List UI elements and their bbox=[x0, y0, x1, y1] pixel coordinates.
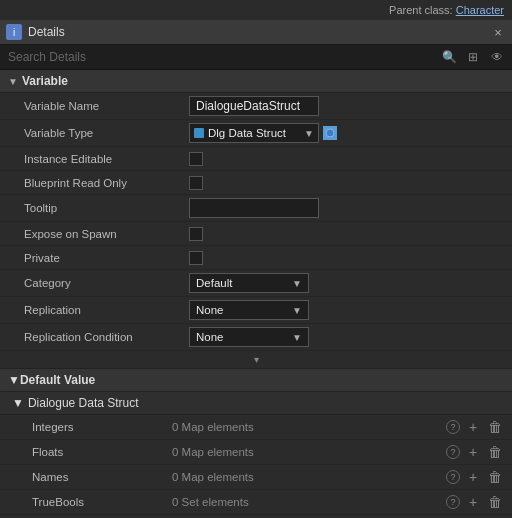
instance-editable-value bbox=[189, 152, 504, 166]
replication-condition-label: Replication Condition bbox=[24, 331, 189, 343]
panel-icon: i bbox=[6, 24, 22, 40]
data-row: Floats 0 Map elements ? + 🗑 bbox=[0, 440, 512, 465]
search-bar: 🔍 ⊞ 👁 bbox=[0, 45, 512, 70]
delete-item-icon[interactable]: 🗑 bbox=[486, 443, 504, 461]
scroll-down-icon: ▾ bbox=[254, 354, 259, 365]
default-value-collapse-icon: ▼ bbox=[8, 373, 20, 387]
data-row-value: 0 Map elements bbox=[172, 471, 446, 483]
add-item-icon[interactable]: + bbox=[464, 468, 482, 486]
parent-class-label: Parent class: bbox=[389, 4, 453, 16]
data-row: Integers 0 Map elements ? + 🗑 bbox=[0, 415, 512, 440]
struct-section-label: Dialogue Data Struct bbox=[28, 396, 139, 410]
help-icon[interactable]: ? bbox=[446, 470, 460, 484]
search-icons: 🔍 ⊞ 👁 bbox=[434, 46, 512, 68]
category-dropdown[interactable]: Default ▼ bbox=[189, 273, 309, 293]
replication-row: Replication None ▼ bbox=[0, 297, 512, 324]
blueprint-read-only-value bbox=[189, 176, 504, 190]
delete-item-icon[interactable]: 🗑 bbox=[486, 468, 504, 486]
private-checkbox[interactable] bbox=[189, 251, 203, 265]
category-dropdown-text: Default bbox=[196, 277, 292, 289]
tooltip-row: Tooltip bbox=[0, 195, 512, 222]
top-bar: Parent class: Character bbox=[0, 0, 512, 20]
private-value bbox=[189, 251, 504, 265]
data-row: TrueBools 0 Set elements ? + 🗑 bbox=[0, 490, 512, 515]
private-label: Private bbox=[24, 252, 189, 264]
category-row: Category Default ▼ bbox=[0, 270, 512, 297]
data-rows-container: Integers 0 Map elements ? + 🗑 Floats 0 M… bbox=[0, 415, 512, 515]
parent-class-link[interactable]: Character bbox=[456, 4, 504, 16]
help-icon[interactable]: ? bbox=[446, 445, 460, 459]
expose-on-spawn-checkbox[interactable] bbox=[189, 227, 203, 241]
variable-type-row: Variable Type Dlg Data Struct ▼ bbox=[0, 120, 512, 147]
category-label: Category bbox=[24, 277, 189, 289]
panel-header: i Details × bbox=[0, 20, 512, 45]
blueprint-read-only-label: Blueprint Read Only bbox=[24, 177, 189, 189]
type-dropdown-arrow-icon: ▼ bbox=[304, 128, 314, 139]
expose-on-spawn-label: Expose on Spawn bbox=[24, 228, 189, 240]
replication-condition-dropdown-arrow-icon: ▼ bbox=[292, 332, 302, 343]
search-icon[interactable]: 🔍 bbox=[438, 46, 460, 68]
tooltip-input[interactable] bbox=[189, 198, 319, 218]
svg-point-0 bbox=[326, 129, 334, 137]
category-dropdown-arrow-icon: ▼ bbox=[292, 278, 302, 289]
delete-item-icon[interactable]: 🗑 bbox=[486, 493, 504, 511]
data-row-actions: ? + 🗑 bbox=[446, 493, 504, 511]
data-row-value: 0 Set elements bbox=[172, 496, 446, 508]
replication-dropdown-arrow-icon: ▼ bbox=[292, 305, 302, 316]
variable-type-value: Dlg Data Struct ▼ bbox=[189, 123, 504, 143]
variable-name-value bbox=[189, 96, 504, 116]
type-pin-icon bbox=[323, 126, 337, 140]
instance-editable-row: Instance Editable bbox=[0, 147, 512, 171]
struct-collapse-icon: ▼ bbox=[12, 396, 24, 410]
add-item-icon[interactable]: + bbox=[464, 493, 482, 511]
pin-svg bbox=[325, 128, 335, 138]
help-icon[interactable]: ? bbox=[446, 420, 460, 434]
search-input[interactable] bbox=[0, 45, 434, 69]
expose-on-spawn-row: Expose on Spawn bbox=[0, 222, 512, 246]
replication-dropdown-text: None bbox=[196, 304, 292, 316]
data-row-label: Names bbox=[32, 471, 172, 483]
replication-dropdown[interactable]: None ▼ bbox=[189, 300, 309, 320]
data-row-actions: ? + 🗑 bbox=[446, 418, 504, 436]
variable-section-label: Variable bbox=[22, 74, 68, 88]
replication-condition-dropdown-text: None bbox=[196, 331, 292, 343]
replication-condition-dropdown[interactable]: None ▼ bbox=[189, 327, 309, 347]
data-row-actions: ? + 🗑 bbox=[446, 468, 504, 486]
data-row-label: TrueBools bbox=[32, 496, 172, 508]
data-row-label: Integers bbox=[32, 421, 172, 433]
replication-condition-value: None ▼ bbox=[189, 327, 504, 347]
panel-title: Details bbox=[28, 25, 490, 39]
collapse-triangle-icon: ▼ bbox=[8, 76, 18, 87]
close-button[interactable]: × bbox=[490, 24, 506, 40]
variable-section-header[interactable]: ▼ Variable bbox=[0, 70, 512, 93]
expose-on-spawn-value bbox=[189, 227, 504, 241]
grid-view-icon[interactable]: ⊞ bbox=[462, 46, 484, 68]
tooltip-label: Tooltip bbox=[24, 202, 189, 214]
blueprint-read-only-checkbox[interactable] bbox=[189, 176, 203, 190]
tooltip-value bbox=[189, 198, 504, 218]
replication-value: None ▼ bbox=[189, 300, 504, 320]
add-item-icon[interactable]: + bbox=[464, 443, 482, 461]
instance-editable-label: Instance Editable bbox=[24, 153, 189, 165]
variable-name-label: Variable Name bbox=[24, 100, 189, 112]
struct-section-header[interactable]: ▼ Dialogue Data Struct bbox=[0, 392, 512, 415]
default-value-section-header[interactable]: ▼ Default Value bbox=[0, 369, 512, 392]
eye-icon[interactable]: 👁 bbox=[486, 46, 508, 68]
replication-label: Replication bbox=[24, 304, 189, 316]
variable-name-input[interactable] bbox=[189, 96, 319, 116]
add-item-icon[interactable]: + bbox=[464, 418, 482, 436]
data-row-value: 0 Map elements bbox=[172, 446, 446, 458]
data-row-actions: ? + 🗑 bbox=[446, 443, 504, 461]
variable-type-label: Variable Type bbox=[24, 127, 189, 139]
blueprint-read-only-row: Blueprint Read Only bbox=[0, 171, 512, 195]
delete-item-icon[interactable]: 🗑 bbox=[486, 418, 504, 436]
private-row: Private bbox=[0, 246, 512, 270]
help-icon[interactable]: ? bbox=[446, 495, 460, 509]
type-color-dot bbox=[194, 128, 204, 138]
type-selector[interactable]: Dlg Data Struct ▼ bbox=[189, 123, 319, 143]
data-row-label: Floats bbox=[32, 446, 172, 458]
instance-editable-checkbox[interactable] bbox=[189, 152, 203, 166]
variable-name-row: Variable Name bbox=[0, 93, 512, 120]
data-row-value: 0 Map elements bbox=[172, 421, 446, 433]
type-text-label: Dlg Data Struct bbox=[208, 127, 300, 139]
